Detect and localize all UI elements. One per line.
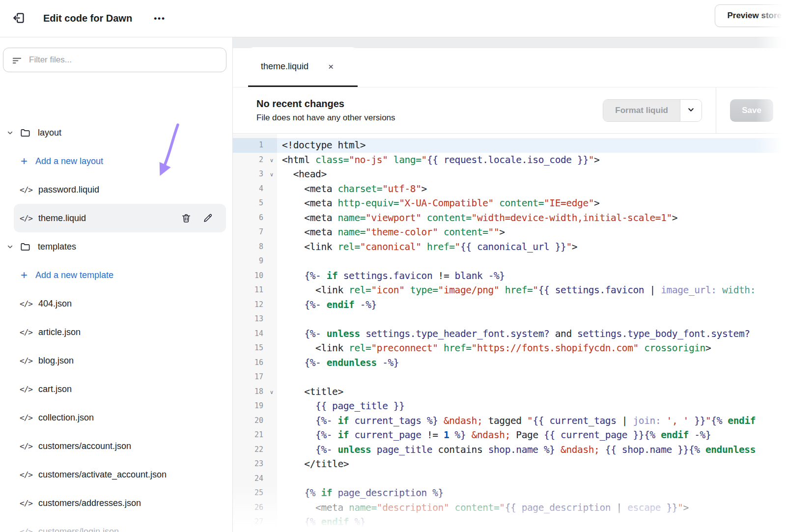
code-file-icon: </> <box>20 499 32 508</box>
code-line-content <box>277 254 786 269</box>
line-number: 13 <box>233 312 277 327</box>
code-line[interactable]: 22 {%- unless page_title contains shop.n… <box>233 443 786 457</box>
chevron-down-icon <box>7 130 14 136</box>
sidebar-file-article-json[interactable]: </>article.json <box>0 318 232 346</box>
fold-toggle-icon[interactable]: ∨ <box>270 153 274 168</box>
tab-theme-liquid[interactable]: theme.liquid × <box>248 47 358 87</box>
code-line-content: <link rel="icon" type="image/png" href="… <box>277 283 786 298</box>
more-actions-button[interactable]: ••• <box>150 10 169 28</box>
sidebar-folder-layout[interactable]: layout <box>0 118 232 147</box>
code-line[interactable]: 13 <box>233 312 786 327</box>
app-root: Edit code for Dawn ••• Preview store lay… <box>0 0 786 532</box>
close-icon: × <box>328 61 334 72</box>
sidebar-file-collection-json[interactable]: </>collection.json <box>0 403 232 432</box>
sidebar-file-customers-activate-account-json[interactable]: </>customers/activate_account.json <box>0 460 232 489</box>
line-number: 14 <box>233 327 277 341</box>
file-list: layout+Add a new layout</>password.liqui… <box>0 118 232 532</box>
line-number: 10 <box>233 269 277 283</box>
tab-close-button[interactable]: × <box>328 62 334 71</box>
code-line-content <box>277 370 786 385</box>
code-line[interactable]: 9 <box>233 254 786 269</box>
sidebar-file-customers-addresses-json[interactable]: </>customers/addresses.json <box>0 489 232 517</box>
line-number: 23 <box>233 457 277 472</box>
code-line-content: <meta name="viewport" content="width=dev… <box>277 211 786 225</box>
tab-bar: theme.liquid × <box>233 37 786 87</box>
file-label: cart.json <box>38 384 72 394</box>
code-line[interactable]: 12 {%- endif -%} <box>233 298 786 312</box>
sidebar-file-password-liquid[interactable]: </>password.liquid <box>0 175 232 204</box>
code-line-content: <head> <box>277 167 786 182</box>
code-line[interactable]: 7 <meta name="theme-color" content=""> <box>233 225 786 240</box>
code-line[interactable]: 23 </title> <box>233 457 786 472</box>
code-line[interactable]: 3∨ <head> <box>233 167 786 182</box>
line-number: 5 <box>233 196 277 211</box>
action-label: Add a new layout <box>35 156 103 167</box>
code-line[interactable]: 18∨ <title> <box>233 385 786 399</box>
preview-store-button[interactable]: Preview store <box>715 4 786 27</box>
editor-toolbar: No recent changes File does not have any… <box>233 87 786 134</box>
sidebar-file-cart-json[interactable]: </>cart.json <box>0 375 232 403</box>
line-number: 15 <box>233 341 277 356</box>
code-line-content: {%- if settings.favicon != blank -%} <box>277 269 786 283</box>
line-number: 25 <box>233 486 277 501</box>
plus-icon: + <box>21 155 28 167</box>
sidebar-file-blog-json[interactable]: </>blog.json <box>0 346 232 375</box>
code-line[interactable]: 5 <meta http-equiv="X-UA-Compatible" con… <box>233 196 786 211</box>
code-file-icon: </> <box>20 413 32 422</box>
filter-files-input[interactable] <box>3 48 226 72</box>
code-line[interactable]: 10 {%- if settings.favicon != blank -%} <box>233 269 786 283</box>
code-file-icon: </> <box>20 214 32 223</box>
version-status: No recent changes File does not have any… <box>256 98 395 123</box>
code-line[interactable]: 19 {{ page_title }} <box>233 399 786 414</box>
code-line-content: <html class="no-js" lang="{{ request.loc… <box>277 153 786 168</box>
code-line[interactable]: 17 <box>233 370 786 385</box>
file-label: theme.liquid <box>38 213 86 224</box>
sidebar-file-404-json[interactable]: </>404.json <box>0 289 232 318</box>
code-line-content: {%- unless page_title contains shop.name… <box>277 443 786 457</box>
filter-files-field <box>3 48 226 72</box>
code-line[interactable]: 6 <meta name="viewport" content="width=d… <box>233 211 786 225</box>
fold-toggle-icon[interactable]: ∨ <box>270 168 274 182</box>
code-line[interactable]: 27 {% endif %} <box>233 515 786 530</box>
code-line[interactable]: 11 <link rel="icon" type="image/png" hre… <box>233 283 786 298</box>
sidebar-action-add-a-new-template[interactable]: +Add a new template <box>0 261 232 289</box>
code-line-content: {%- unless settings.type_header_font.sys… <box>277 327 786 341</box>
code-line-content: <link rel="canonical" href="{{ canonical… <box>277 240 786 254</box>
line-number: 24 <box>233 472 277 486</box>
code-line[interactable]: 26 <meta name="description" content="{{ … <box>233 501 786 515</box>
code-line[interactable]: 8 <link rel="canonical" href="{{ canonic… <box>233 240 786 254</box>
code-line-content: {% endif %} <box>277 515 786 530</box>
sidebar-file-customers-login-json[interactable]: </>customers/login.json <box>0 517 232 532</box>
sidebar-file-customers-account-json[interactable]: </>customers/account.json <box>0 432 232 460</box>
save-button[interactable]: Save <box>730 99 773 122</box>
code-line[interactable]: 1<!doctype html> <box>233 138 786 153</box>
sidebar-file-theme-liquid[interactable]: </>theme.liquid <box>14 204 226 232</box>
code-line[interactable]: 20 {%- if current_tags %} &ndash; tagged… <box>233 414 786 428</box>
folder-label: layout <box>38 128 61 138</box>
code-line[interactable]: 16 {%- endunless -%} <box>233 356 786 370</box>
line-number: 3∨ <box>233 167 277 182</box>
code-file-icon: </> <box>20 185 32 195</box>
code-line[interactable]: 21 {%- if current_page != 1 %} &ndash; P… <box>233 428 786 443</box>
delete-file-button[interactable] <box>180 212 193 224</box>
code-line[interactable]: 24 <box>233 472 786 486</box>
format-liquid-button[interactable]: Format liquid <box>603 100 680 121</box>
exit-editor-button[interactable] <box>8 8 29 29</box>
sidebar-action-add-a-new-layout[interactable]: +Add a new layout <box>0 147 232 175</box>
code-line[interactable]: 14 {%- unless settings.type_header_font.… <box>233 327 786 341</box>
code-editor[interactable]: 1<!doctype html>2∨<html class="no-js" la… <box>233 134 786 532</box>
line-number: 7 <box>233 225 277 240</box>
code-line[interactable]: 15 <link rel="preconnect" href="https://… <box>233 341 786 356</box>
toolbar-divider <box>716 87 716 134</box>
page-title: Edit code for Dawn <box>43 13 132 24</box>
line-number: 21 <box>233 428 277 443</box>
file-label: customers/addresses.json <box>38 498 141 508</box>
code-line[interactable]: 4 <meta charset="utf-8"> <box>233 182 786 196</box>
line-number: 26 <box>233 501 277 515</box>
fold-toggle-icon[interactable]: ∨ <box>270 385 274 400</box>
sidebar-folder-templates[interactable]: templates <box>0 232 232 261</box>
rename-file-button[interactable] <box>201 212 214 224</box>
code-line[interactable]: 2∨<html class="no-js" lang="{{ request.l… <box>233 153 786 168</box>
code-line[interactable]: 25 {% if page_description %} <box>233 486 786 501</box>
format-liquid-caret-button[interactable] <box>680 100 702 121</box>
